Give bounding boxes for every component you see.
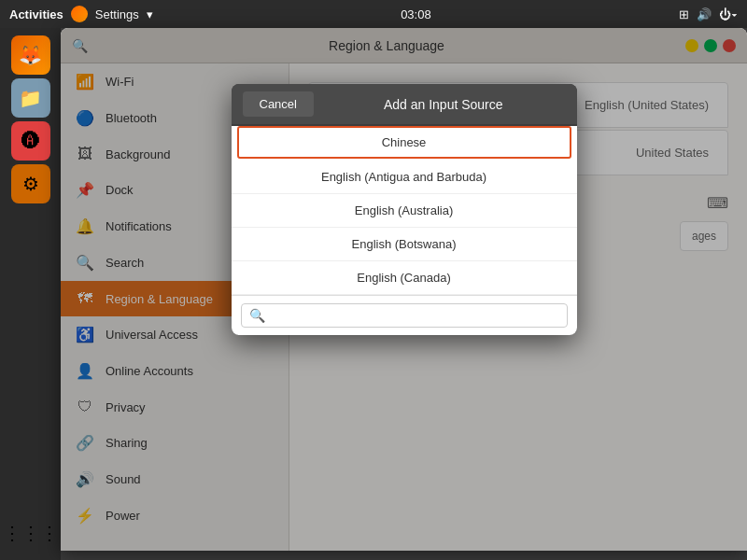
dialog-list-item[interactable]: English (Australia) — [232, 194, 577, 228]
activities-button[interactable]: Activities — [9, 7, 63, 21]
settings-menu-arrow: ▾ — [147, 7, 153, 21]
dock: 🦊 📁 🅐 ⚙ ⋮⋮⋮ — [0, 28, 61, 560]
input-source-list: ChineseEnglish (Antigua and Barbuda)Engl… — [232, 126, 577, 295]
volume-icon: 🔊 — [697, 7, 712, 21]
dialog-list-item[interactable]: English (Canada) — [232, 261, 577, 295]
dialog-list-item[interactable]: English (Botswana) — [232, 228, 577, 261]
dock-appstore[interactable]: 🅐 — [11, 121, 50, 161]
dialog-list-item[interactable]: English (Antigua and Barbuda) — [232, 161, 577, 194]
cancel-button[interactable]: Cancel — [243, 91, 314, 117]
dock-firefox[interactable]: 🦊 — [11, 35, 50, 75]
power-menu-icon[interactable]: ⏻▾ — [719, 7, 738, 21]
firefox-icon — [71, 6, 88, 22]
search-input[interactable] — [269, 309, 559, 323]
network-icon: ⊞ — [679, 7, 689, 21]
dialog-search-area: 🔍 — [232, 295, 577, 335]
dialog-list-item[interactable]: Chinese — [237, 126, 571, 159]
app-window: 🔍 Region & Language 📶 Wi-Fi 🔵 Bluetooth … — [61, 28, 747, 551]
topbar: Activities Settings ▾ 03:08 ⊞ 🔊 ⏻▾ — [0, 0, 747, 28]
dock-settings[interactable]: ⚙ — [11, 164, 50, 203]
search-icon: 🔍 — [249, 308, 265, 323]
clock: 03:08 — [401, 7, 431, 21]
add-input-source-dialog: Cancel Add an Input Source ChineseEnglis… — [232, 84, 577, 335]
settings-menu-label[interactable]: Settings — [95, 7, 139, 21]
topbar-center: 03:08 — [162, 7, 669, 21]
dialog-overlay: Cancel Add an Input Source ChineseEnglis… — [61, 28, 747, 551]
dock-files[interactable]: 📁 — [11, 78, 50, 118]
dialog-title: Add an Input Source — [321, 91, 566, 117]
dock-grid[interactable]: ⋮⋮⋮ — [11, 513, 50, 553]
topbar-right: ⊞ 🔊 ⏻▾ — [679, 7, 738, 21]
dialog-header: Cancel Add an Input Source — [232, 84, 577, 124]
search-input-wrapper: 🔍 — [241, 303, 568, 328]
topbar-left: Activities Settings ▾ — [9, 6, 153, 22]
